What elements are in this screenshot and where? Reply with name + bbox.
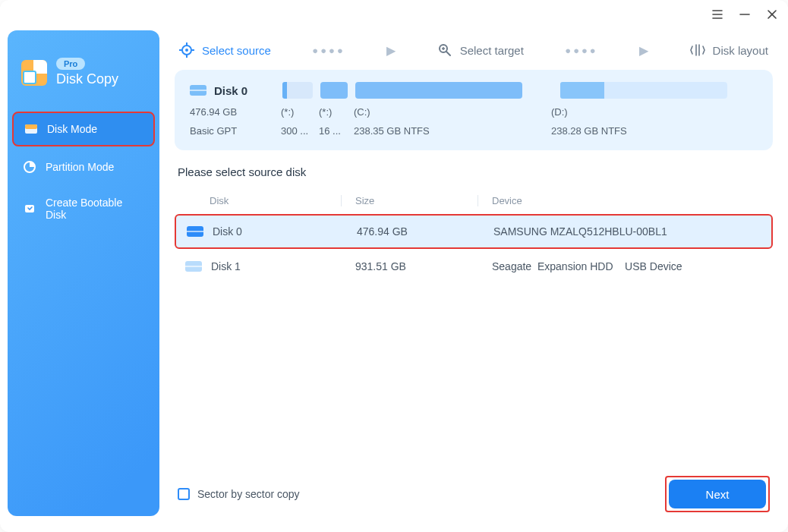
step-disk-layout[interactable]: Disk layout <box>690 42 768 58</box>
partition-size: 16 ... <box>319 125 346 137</box>
menu-icon[interactable] <box>711 8 724 21</box>
chart-icon <box>23 160 36 174</box>
section-title: Please select source disk <box>178 165 773 178</box>
sidebar-item-disk-mode[interactable]: Disk Mode <box>12 112 155 146</box>
svg-rect-1 <box>25 124 37 129</box>
step-select-target[interactable]: Select target <box>437 42 524 58</box>
next-button[interactable]: Next <box>669 480 766 508</box>
logo-icon <box>21 60 47 86</box>
search-icon <box>437 42 452 58</box>
svg-point-5 <box>185 49 188 52</box>
app-name: Disk Copy <box>56 71 118 87</box>
disk-device: Seagate Expansion HDD USB Device <box>478 260 773 272</box>
sidebar-item-create-bootable[interactable]: Create Bootable Disk <box>12 187 155 230</box>
disk-icon <box>185 261 202 272</box>
disk-icon <box>187 226 203 237</box>
minimize-icon[interactable] <box>738 8 752 21</box>
disk-size: 476.94 GB <box>190 106 273 118</box>
step-label: Select source <box>202 44 271 57</box>
sector-copy-checkbox[interactable]: Sector by sector copy <box>178 488 300 500</box>
disk-scheme: Basic GPT <box>190 125 273 137</box>
step-bar: Select source ●●●● ▶ Select target ●●●● … <box>175 42 773 70</box>
partition-letter: (C:) <box>354 106 521 118</box>
layout-icon <box>690 42 705 58</box>
sidebar-item-partition-mode[interactable]: Partition Mode <box>12 151 155 183</box>
header-disk: Disk <box>175 195 342 206</box>
dots-icon: ●●●● <box>565 45 597 56</box>
partition-bar[interactable] <box>282 82 313 99</box>
disk-summary-panel: Disk 0 476.94 GB (*:) (*:) (C:) (D:) <box>175 70 773 150</box>
disk-row[interactable]: Disk 0 476.94 GB SAMSUNG MZALQ512HBLU-00… <box>175 214 773 249</box>
disk-table-header: Disk Size Device <box>175 187 773 214</box>
partition-letter: (*:) <box>281 106 311 118</box>
pro-badge: Pro <box>56 58 85 70</box>
disk-title: Disk 0 <box>214 84 247 97</box>
sidebar-item-label: Disk Mode <box>47 123 97 135</box>
disk-icon <box>24 122 38 136</box>
partition-letter: (*:) <box>319 106 346 118</box>
disk-size: 476.94 GB <box>343 225 480 238</box>
chevron-right-icon: ▶ <box>386 43 396 58</box>
target-icon <box>179 42 194 58</box>
step-label: Disk layout <box>713 44 768 57</box>
partition-letter: (D:) <box>551 106 718 118</box>
dots-icon: ●●●● <box>312 45 345 56</box>
step-select-source[interactable]: Select source <box>179 42 271 58</box>
partition-bar[interactable] <box>320 82 348 99</box>
checkbox-icon <box>178 488 190 500</box>
sidebar: Pro Disk Copy Disk Mode Partition Mode C… <box>8 30 159 516</box>
partition-bar[interactable] <box>355 82 522 99</box>
disk-row[interactable]: Disk 1 931.51 GB Seagate Expansion HDD U… <box>175 249 773 284</box>
disk-size: 931.51 GB <box>342 260 478 272</box>
partition-size: 238.35 GB NTFS <box>354 125 521 137</box>
header-size: Size <box>342 195 478 206</box>
partition-bar[interactable] <box>560 82 727 99</box>
header-device: Device <box>478 195 773 206</box>
checkbox-label: Sector by sector copy <box>197 488 300 500</box>
chevron-right-icon: ▶ <box>639 43 648 58</box>
disk-icon <box>190 85 206 96</box>
close-icon[interactable] <box>765 8 779 21</box>
disk-name: Disk 0 <box>213 225 242 238</box>
disk-name: Disk 1 <box>211 260 241 272</box>
partition-size: 238.28 GB NTFS <box>551 125 718 137</box>
disk-device: SAMSUNG MZALQ512HBLU-00BL1 <box>480 225 771 238</box>
app-logo: Pro Disk Copy <box>8 58 159 105</box>
sidebar-item-label: Create Bootable Disk <box>46 197 144 221</box>
sidebar-item-label: Partition Mode <box>46 161 114 173</box>
usb-icon <box>23 202 36 216</box>
partition-size: 300 ... <box>281 125 311 137</box>
step-label: Select target <box>460 44 524 57</box>
